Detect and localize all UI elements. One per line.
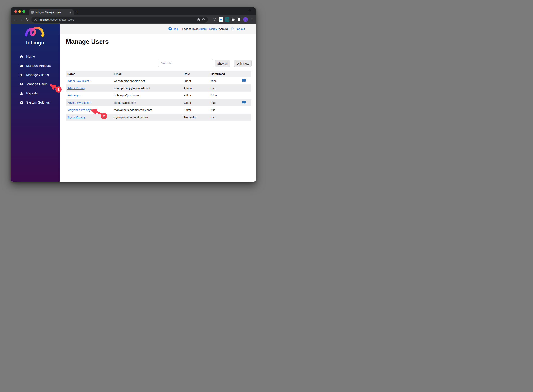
chevron-down-icon[interactable] (249, 10, 251, 12)
help-label[interactable]: Help (173, 27, 179, 30)
search-input[interactable] (158, 59, 213, 67)
user-role: Editor (182, 92, 209, 99)
logout-icon (231, 27, 234, 30)
sidebar-item-home[interactable]: Home (11, 52, 60, 61)
only-new-button[interactable]: Only New (234, 60, 252, 67)
current-user-link[interactable]: Adam Presley (199, 27, 217, 30)
browser-menu-icon[interactable]: ⋮ (250, 17, 254, 22)
sidebar-item-label: Manage Users (26, 82, 48, 86)
url-text: localhost:8080/manage-users (39, 18, 195, 21)
url-bar[interactable]: i localhost:8080/manage-users (31, 17, 208, 23)
help-link[interactable]: ? Help (168, 27, 179, 30)
user-confirmed: false (209, 92, 237, 99)
user-name-link[interactable]: Taylor Presley (67, 115, 85, 119)
forward-icon[interactable]: → (18, 15, 24, 24)
user-name-link[interactable]: Bob Hope (67, 94, 80, 97)
logo-swirl-icon (24, 26, 47, 40)
vue-devtools-extension-icon[interactable]: V (212, 17, 217, 22)
browser-tab[interactable]: Inlingo - Manage Users ✕ (29, 9, 74, 15)
avatar-letter: A (243, 17, 248, 22)
book-icon[interactable] (242, 79, 246, 83)
user-email: websites@appnerds.net (112, 77, 182, 84)
zoom-window-button[interactable] (22, 10, 25, 13)
logo-text: InLingo (11, 40, 60, 46)
app-topbar: ? Help Logged in as Adam Presley (Admin)… (60, 24, 256, 34)
minimize-window-button[interactable] (18, 10, 21, 13)
column-header-email: Email (112, 71, 182, 77)
logout-label[interactable]: Log out (235, 27, 245, 30)
user-confirmed: false (209, 77, 237, 84)
clients-icon (19, 73, 23, 77)
user-email: adampresley@appnerds.net (112, 84, 182, 92)
user-role: Client (182, 99, 209, 106)
user-email: taylorp@adampresley.com (112, 113, 182, 121)
projects-icon (19, 64, 23, 68)
tab-strip: Inlingo - Manage Users ✕ + (11, 7, 256, 15)
user-confirmed: true (209, 113, 237, 121)
profile-avatar[interactable]: A (243, 17, 248, 22)
annotation-badge-2: 2 (101, 113, 107, 119)
table-row: Maryanne Presley maryanne@adampresley.co… (66, 106, 251, 113)
reload-icon[interactable]: ↻ (24, 15, 30, 24)
close-window-button[interactable] (14, 10, 17, 13)
side-panel-icon[interactable] (237, 17, 242, 22)
url-path: :8080/manage-users (49, 18, 74, 21)
teal-extension-icon[interactable] (225, 17, 229, 22)
user-name-link[interactable]: Adam Presley (67, 87, 85, 90)
back-icon[interactable]: ← (12, 15, 18, 24)
window-controls (14, 10, 25, 13)
user-role: Translator (182, 113, 209, 121)
sidebar-item-reports[interactable]: Reports (11, 89, 60, 98)
user-name-link[interactable]: Maryanne Presley (67, 108, 91, 112)
user-confirmed: true (209, 84, 237, 92)
user-name-link[interactable]: Kevin Law Client 2 (67, 101, 91, 104)
globe-icon (31, 11, 34, 14)
table-row: Bob Hope bobhope@test.com Editor false (66, 92, 251, 99)
user-email: maryanne@adampresley.com (112, 106, 182, 113)
sidebar-item-label: System Settings (26, 101, 50, 104)
logged-in-text: Logged in as Adam Presley (Admin) (182, 27, 228, 30)
users-table: Name Email Role Confirmed Adam Law Clien… (66, 71, 251, 121)
extensions-puzzle-icon[interactable] (231, 17, 235, 22)
users-icon (19, 82, 23, 86)
user-name-link[interactable]: Adam Law Client 1 (67, 79, 92, 83)
user-email: client2@test.com (112, 99, 182, 106)
share-icon[interactable] (197, 18, 200, 21)
icloud-extension-icon[interactable] (219, 17, 223, 22)
new-tab-button[interactable]: + (76, 10, 78, 14)
browser-window: Inlingo - Manage Users ✕ + ← → ↻ i local… (11, 7, 256, 182)
url-host: localhost (39, 18, 49, 21)
sidebar-item-manage-users[interactable]: Manage Users (11, 80, 60, 89)
user-email: bobhope@test.com (112, 92, 182, 99)
close-tab-icon[interactable]: ✕ (70, 11, 72, 14)
book-icon[interactable] (242, 100, 246, 105)
bookmark-star-icon[interactable] (202, 18, 205, 21)
user-confirmed: true (209, 99, 237, 106)
column-header-name: Name (66, 71, 112, 77)
logged-in-prefix: Logged in as (182, 27, 199, 30)
app-logo: InLingo (11, 26, 60, 46)
tab-title: Inlingo - Manage Users (35, 11, 68, 14)
sidebar-item-system-settings[interactable]: System Settings (11, 98, 60, 107)
sidebar-item-manage-projects[interactable]: Manage Projects (11, 61, 60, 70)
browser-toolbar: ← → ↻ i localhost:8080/manage-users V A (11, 15, 256, 24)
user-role-suffix: (Admin) (218, 27, 228, 30)
reports-icon (19, 92, 23, 95)
user-confirmed: true (209, 106, 237, 113)
sidebar-item-label: Reports (26, 92, 38, 95)
table-row: Taylor Presley taylorp@adampresley.com T… (66, 113, 251, 121)
user-role: Admin (182, 84, 209, 92)
show-all-button[interactable]: Show All (215, 60, 230, 67)
sidebar: InLingo Home Manage Projects Manage Clie… (11, 24, 60, 182)
site-info-icon[interactable]: i (34, 18, 37, 21)
sidebar-item-manage-clients[interactable]: Manage Clients (11, 70, 60, 80)
logout-link[interactable]: Log out (231, 27, 245, 30)
column-header-actions (237, 71, 251, 77)
table-row: Adam Law Client 1 websites@appnerds.net … (66, 77, 251, 84)
settings-gear-icon (19, 101, 23, 104)
table-header-row: Name Email Role Confirmed (66, 71, 251, 77)
table-row: Adam Presley adampresley@appnerds.net Ad… (66, 84, 251, 92)
column-header-confirmed: Confirmed (209, 71, 237, 77)
sidebar-item-label: Home (26, 55, 35, 59)
page-title: Manage Users (66, 38, 109, 45)
